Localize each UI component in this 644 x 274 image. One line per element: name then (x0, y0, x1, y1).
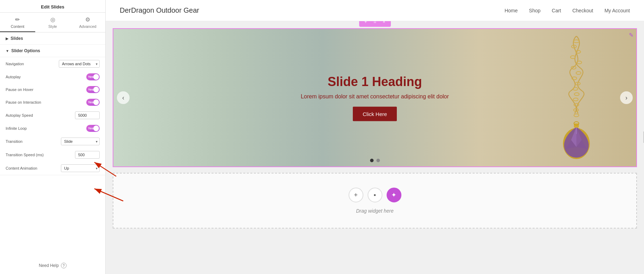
drop-magic-btn[interactable]: ✦ (387, 188, 401, 202)
main-area: DerDragon Outdoor Gear Home Shop Cart Ch… (106, 0, 644, 274)
advanced-icon: ⚙ (85, 16, 90, 23)
canvas: + ⠿ × (106, 21, 644, 274)
sidebar-title: Edit Slides (0, 0, 105, 13)
infinite-loop-toggle-label: Yes (88, 127, 94, 130)
tab-advanced-label: Advanced (79, 24, 96, 29)
sidebar: Edit Slides ✏ Content ◎ Style ⚙ Advanced… (0, 0, 106, 274)
slider-widget: Slide 1 Heading Lorem ipsum dolor sit am… (113, 28, 637, 167)
svg-point-11 (573, 98, 578, 101)
slide-prev-arrow[interactable]: ‹ (117, 91, 130, 104)
widget-toolbar: + ⠿ × (359, 21, 391, 27)
autoplay-toggle[interactable]: Yes (86, 73, 100, 80)
transition-speed-label: Transition Speed (ms) (6, 153, 75, 157)
toolbar-move-btn[interactable]: ⠿ (371, 21, 379, 25)
tab-advanced[interactable]: ⚙ Advanced (70, 13, 105, 32)
slide-dot-1[interactable] (370, 159, 374, 162)
infinite-loop-row: Infinite Loop Yes (0, 122, 105, 135)
svg-point-14 (574, 114, 579, 117)
pause-hover-row: Pause on Hover Yes (0, 83, 105, 96)
nav-link-home[interactable]: Home (505, 8, 518, 13)
jewelry-item (538, 36, 615, 163)
top-nav: DerDragon Outdoor Gear Home Shop Cart Ch… (106, 0, 644, 21)
navigation-control: Arrows and Dots Arrows Dots None ▾ (59, 60, 100, 68)
infinite-loop-toggle[interactable]: Yes (86, 125, 100, 132)
content-animation-row: Content Animation Up Down Left Right Fad… (0, 162, 105, 175)
pause-hover-toggle-label: Yes (88, 88, 94, 91)
need-help-text: Need Help (39, 263, 59, 268)
nav-link-checkout[interactable]: Checkout (572, 8, 593, 13)
pause-interaction-toggle-label: Yes (88, 101, 94, 104)
content-icon: ✏ (15, 16, 20, 23)
slider-options-label: Slider Options (11, 48, 40, 53)
autoplay-row: Autoplay Yes (0, 71, 105, 83)
tab-style-label: Style (48, 24, 57, 29)
infinite-loop-control: Yes (86, 125, 100, 132)
navigation-select[interactable]: Arrows and Dots Arrows Dots None (59, 60, 100, 68)
slide-next-arrow[interactable]: › (620, 91, 633, 104)
pendant-svg (561, 121, 592, 159)
slide-dot-2[interactable] (376, 159, 380, 162)
transition-speed-control (75, 151, 100, 159)
svg-point-6 (576, 72, 581, 74)
navigation-select-wrap: Arrows and Dots Arrows Dots None ▾ (59, 60, 100, 68)
chain-svg (545, 36, 608, 135)
svg-point-0 (574, 40, 579, 43)
pause-hover-toggle[interactable]: Yes (86, 86, 100, 93)
tab-content-label: Content (11, 24, 25, 29)
slide-dots (370, 159, 380, 162)
navigation-label: Navigation (6, 62, 59, 66)
autoplay-label: Autoplay (6, 75, 86, 79)
content-animation-label: Content Animation (6, 166, 61, 170)
style-icon: ◎ (50, 16, 55, 23)
autoplay-speed-label: Autoplay Speed (6, 113, 75, 117)
slides-section-label: Slides (11, 36, 23, 41)
svg-point-10 (574, 93, 579, 96)
transition-row: Transition Slide Fade ▾ (0, 135, 105, 148)
slider-widget-container: + ⠿ × (113, 28, 637, 167)
transition-select[interactable]: Slide Fade (61, 138, 100, 145)
content-animation-select[interactable]: Up Down Left Right Fade None (61, 164, 100, 172)
drop-zone: + ▪ ✦ Drag widget here (113, 173, 637, 229)
pause-hover-label: Pause on Hover (6, 87, 86, 92)
navigation-row: Navigation Arrows and Dots Arrows Dots N… (0, 57, 105, 71)
autoplay-speed-row: Autoplay Speed (0, 109, 105, 122)
pause-hover-control: Yes (86, 86, 100, 93)
tabs: ✏ Content ◎ Style ⚙ Advanced (0, 13, 105, 32)
nav-link-shop[interactable]: Shop (529, 8, 540, 13)
content-animation-control: Up Down Left Right Fade None ▾ (61, 164, 100, 172)
autoplay-toggle-label: Yes (88, 75, 94, 79)
nav-link-account[interactable]: My Account (605, 8, 630, 13)
slider-options-arrow-icon: ▼ (6, 49, 9, 53)
pause-interaction-toggle[interactable]: Yes (86, 99, 100, 106)
toolbar-close-btn[interactable]: × (380, 21, 388, 25)
nav-link-cart[interactable]: Cart (552, 8, 561, 13)
edit-icon[interactable]: ✎ (629, 32, 633, 38)
drop-zone-text: Drag widget here (356, 208, 394, 214)
drop-add-btn[interactable]: + (349, 188, 363, 202)
slides-section-header[interactable]: ▶ Slides (0, 32, 105, 45)
slide-subtext: Lorem ipsum dolor sit amet consectetur a… (287, 93, 463, 100)
need-help-section: Need Help ? (0, 257, 105, 274)
nav-links: Home Shop Cart Checkout My Account (505, 8, 630, 13)
transition-label: Transition (6, 139, 61, 144)
slide-cta-button[interactable]: Click Here (353, 107, 397, 121)
slider-options-header[interactable]: ▼ Slider Options (0, 45, 105, 57)
tab-style[interactable]: ◎ Style (35, 13, 70, 32)
drop-zone-buttons: + ▪ ✦ (349, 188, 401, 202)
infinite-loop-label: Infinite Loop (6, 126, 86, 130)
pause-interaction-label: Pause on Interaction (6, 100, 86, 104)
help-icon[interactable]: ? (61, 263, 67, 268)
tab-content[interactable]: ✏ Content (0, 13, 35, 32)
pause-interaction-row: Pause on Interaction Yes (0, 96, 105, 109)
slide-heading: Slide 1 Heading (287, 74, 463, 89)
toolbar-add-btn[interactable]: + (362, 21, 370, 25)
site-title: DerDragon Outdoor Gear (120, 6, 199, 14)
content-animation-select-wrap: Up Down Left Right Fade None ▾ (61, 164, 100, 172)
transition-control: Slide Fade ▾ (61, 138, 100, 145)
slide-background: Slide 1 Heading Lorem ipsum dolor sit am… (113, 29, 636, 166)
drop-folder-btn[interactable]: ▪ (368, 188, 382, 202)
slides-arrow-icon: ▶ (6, 37, 8, 41)
transition-speed-input[interactable] (75, 151, 100, 159)
autoplay-speed-control (75, 111, 100, 119)
autoplay-speed-input[interactable] (75, 111, 100, 119)
